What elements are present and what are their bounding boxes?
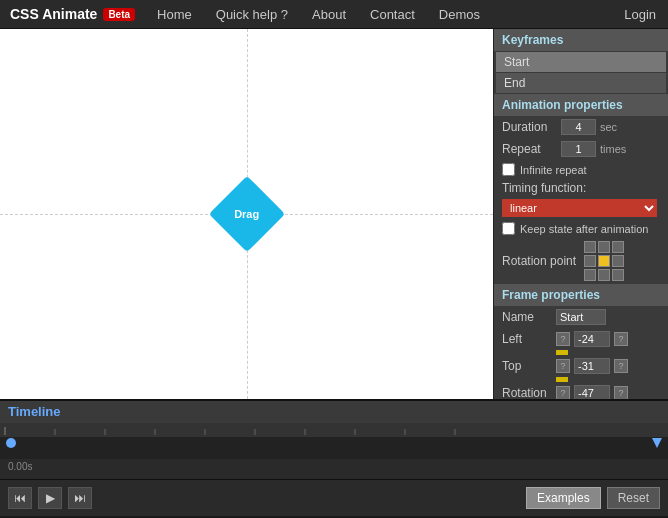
repeat-unit: times (600, 143, 626, 155)
left-lock-icon[interactable]: ? (614, 332, 628, 346)
top-label: Top (502, 359, 552, 373)
examples-button[interactable]: Examples (526, 487, 601, 509)
rot-cell-tr[interactable] (612, 241, 624, 253)
rotation2-row: Rotation ? ? (494, 382, 668, 399)
rotation2-label: Rotation (502, 386, 552, 399)
drag-label: Drag (234, 208, 259, 220)
rot-cell-ml[interactable] (584, 255, 596, 267)
keyframe-start[interactable]: Start (496, 52, 666, 72)
nav-links: Home Quick help ? About Contact Demos (145, 0, 492, 28)
name-row: Name (494, 306, 668, 328)
rotation-grid (584, 241, 624, 281)
top-row: Top ? ? (494, 355, 668, 377)
left-input[interactable] (574, 331, 610, 347)
nav-home[interactable]: Home (145, 0, 204, 28)
rotation2-lock-icon[interactable]: ? (614, 386, 628, 399)
rot-cell-mr[interactable] (612, 255, 624, 267)
duration-input[interactable] (561, 119, 596, 135)
drag-element[interactable]: Drag (208, 176, 284, 252)
infinite-label: Infinite repeat (520, 164, 587, 176)
main-area: Drag Keyframes Start End Animation prope… (0, 29, 668, 399)
right-panel: Keyframes Start End Animation properties… (493, 29, 668, 399)
rotation-row: Rotation point (494, 238, 668, 284)
rotation2-input[interactable] (574, 385, 610, 399)
timeline-header: Timeline (0, 401, 668, 423)
name-label: Name (502, 310, 552, 324)
timing-label: Timing function: (494, 179, 668, 197)
timeline-ruler (0, 423, 490, 437)
rotation-label: Rotation point (502, 254, 576, 268)
timeline-handle-start[interactable] (6, 438, 16, 448)
nav-demos[interactable]: Demos (427, 0, 492, 28)
nav-quickhelp[interactable]: Quick help ? (204, 0, 300, 28)
left-row: Left ? ? (494, 328, 668, 350)
duration-row: Duration sec (494, 116, 668, 138)
duration-unit: sec (600, 121, 617, 133)
rot-cell-mc[interactable] (598, 255, 610, 267)
timeline: Timeline 0.00s (0, 399, 668, 479)
rotation2-help-icon[interactable]: ? (556, 386, 570, 399)
rot-cell-bc[interactable] (598, 269, 610, 281)
play-button[interactable]: ▶ (38, 487, 62, 509)
nav-contact[interactable]: Contact (358, 0, 427, 28)
nav-about[interactable]: About (300, 0, 358, 28)
top-input[interactable] (574, 358, 610, 374)
rot-cell-tl[interactable] (584, 241, 596, 253)
keyframe-end[interactable]: End (496, 73, 666, 93)
infinite-checkbox[interactable] (502, 163, 515, 176)
prev-button[interactable]: ⏮ (8, 487, 32, 509)
timeline-title: Timeline (8, 404, 61, 419)
bottom-controls: ⏮ ▶ ⏭ Examples Reset (0, 479, 668, 516)
name-input[interactable] (556, 309, 606, 325)
repeat-label: Repeat (502, 142, 557, 156)
top-help-icon[interactable]: ? (556, 359, 570, 373)
time-label: 0.00s (0, 459, 668, 472)
timeline-handle-end[interactable] (652, 438, 662, 448)
frame-title: Frame properties (494, 284, 668, 306)
duration-label: Duration (502, 120, 557, 134)
beta-badge: Beta (103, 8, 135, 21)
brand-text: CSS Animate (10, 6, 97, 22)
keep-state-row: Keep state after animation (494, 219, 668, 238)
rot-cell-bl[interactable] (584, 269, 596, 281)
keyframes-title: Keyframes (494, 29, 668, 51)
brand: CSS Animate Beta (0, 6, 145, 22)
rot-cell-br[interactable] (612, 269, 624, 281)
rot-cell-tc[interactable] (598, 241, 610, 253)
animation-title: Animation properties (494, 94, 668, 116)
timing-select[interactable]: linear ease ease-in ease-out ease-in-out (502, 199, 657, 217)
keep-state-label: Keep state after animation (520, 223, 648, 235)
left-label: Left (502, 332, 552, 346)
infinite-row: Infinite repeat (494, 160, 668, 179)
left-help-icon[interactable]: ? (556, 332, 570, 346)
next-button[interactable]: ⏭ (68, 487, 92, 509)
login-button[interactable]: Login (612, 0, 668, 28)
reset-button[interactable]: Reset (607, 487, 660, 509)
navbar: CSS Animate Beta Home Quick help ? About… (0, 0, 668, 29)
canvas-area: Drag (0, 29, 493, 399)
top-lock-icon[interactable]: ? (614, 359, 628, 373)
repeat-row: Repeat times (494, 138, 668, 160)
keep-state-checkbox[interactable] (502, 222, 515, 235)
repeat-input[interactable] (561, 141, 596, 157)
